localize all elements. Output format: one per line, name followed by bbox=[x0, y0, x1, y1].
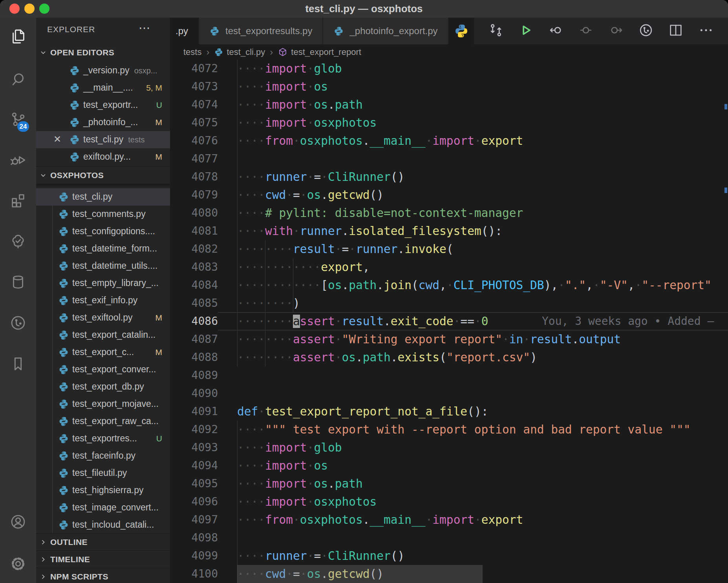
python-file-icon bbox=[69, 117, 80, 128]
code-line[interactable]: 4094····import·os bbox=[170, 457, 728, 475]
file-tree-item[interactable]: test_highsierra.py bbox=[36, 482, 170, 499]
search-activity-button[interactable] bbox=[0, 67, 36, 92]
editor-tab[interactable]: test_exportresults.py bbox=[199, 18, 322, 44]
file-tree-item[interactable]: test_empty_library_... bbox=[36, 275, 170, 292]
code-line[interactable]: 4093····import·glob bbox=[170, 439, 728, 457]
run-debug-activity-button[interactable] bbox=[0, 147, 36, 172]
file-tree-item[interactable]: test_faceinfo.py bbox=[36, 447, 170, 465]
file-tree-item[interactable]: test_configoptions.... bbox=[36, 223, 170, 240]
gitlens-icon bbox=[9, 314, 27, 332]
code-line[interactable]: 4086········assert·result.exit_code·==·0… bbox=[170, 312, 728, 330]
code-line[interactable]: 4074····import·os.path bbox=[170, 96, 728, 114]
python-extension-button[interactable] bbox=[449, 18, 474, 44]
file-tree-item[interactable]: test_cli.py bbox=[36, 188, 170, 206]
sidebar-more-actions-button[interactable]: ⋯ bbox=[139, 21, 151, 35]
file-tree-item[interactable]: test_exif_info.py bbox=[36, 292, 170, 309]
gitlens-toolbar-button[interactable] bbox=[638, 22, 654, 40]
file-tree-item[interactable]: test_export_mojave... bbox=[36, 395, 170, 413]
database-icon bbox=[9, 273, 27, 291]
editor-tab[interactable]: _photoinfo_export.py bbox=[323, 18, 448, 44]
extensions-activity-button[interactable] bbox=[0, 188, 36, 213]
code-text: ····import·os bbox=[237, 457, 328, 475]
split-editor-button[interactable] bbox=[668, 22, 684, 40]
code-line[interactable]: 4077 bbox=[170, 150, 728, 168]
current-change-button[interactable] bbox=[578, 22, 594, 40]
code-line[interactable]: 4072····import·glob bbox=[170, 60, 728, 78]
file-tree-item[interactable]: test_export_db.py bbox=[36, 378, 170, 395]
breadcrumb-symbol[interactable]: test_export_report bbox=[291, 47, 361, 57]
settings-button[interactable] bbox=[0, 551, 36, 576]
code-line[interactable]: 4098 bbox=[170, 529, 728, 547]
open-editor-item[interactable]: __main__....5, M bbox=[36, 79, 170, 97]
code-line[interactable]: 4090 bbox=[170, 384, 728, 403]
code-line[interactable]: 4073····import·os bbox=[170, 78, 728, 96]
editor-tab[interactable]: .py bbox=[170, 18, 198, 44]
gitlens-activity-button[interactable] bbox=[0, 310, 36, 335]
section-outline[interactable]: OUTLINE bbox=[36, 533, 170, 551]
section-open-editors[interactable]: OPEN EDITORS bbox=[36, 44, 170, 61]
code-line[interactable]: 4085········) bbox=[170, 294, 728, 312]
file-name: test_exif_info.py bbox=[72, 295, 137, 306]
database-activity-button[interactable] bbox=[0, 270, 36, 295]
code-line[interactable]: 4097····from·osxphotos.__main__·import·e… bbox=[170, 511, 728, 529]
open-editor-item[interactable]: _photoinfo_...M bbox=[36, 114, 170, 131]
code-line[interactable]: 4076····from·osxphotos.__main__·import·e… bbox=[170, 132, 728, 150]
source-control-activity-button[interactable]: 24 bbox=[0, 107, 36, 132]
file-tree-item[interactable]: test_export_catalin... bbox=[36, 326, 170, 344]
open-editor-item[interactable]: test_exportr...U bbox=[36, 97, 170, 114]
tab-label: test_exportresults.py bbox=[225, 26, 312, 36]
section-folder-osxphotos[interactable]: OSXPHOTOS bbox=[36, 166, 170, 184]
code-line[interactable]: 4080····# pylint: disable=not-context-ma… bbox=[170, 204, 728, 222]
more-actions-button[interactable] bbox=[698, 22, 714, 40]
open-editor-item[interactable]: exiftool.py...M bbox=[36, 148, 170, 166]
close-icon[interactable]: ✕ bbox=[53, 134, 61, 145]
open-editor-description: tests bbox=[128, 135, 145, 144]
file-tree-item[interactable]: test_datetime_form... bbox=[36, 240, 170, 257]
previous-change-button[interactable] bbox=[548, 22, 564, 40]
explorer-activity-button[interactable] bbox=[0, 24, 36, 49]
account-button[interactable] bbox=[0, 509, 36, 534]
compare-changes-button[interactable] bbox=[488, 22, 504, 40]
code-line[interactable]: 4079····cwd·=·os.getcwd() bbox=[170, 186, 728, 204]
code-line[interactable]: 4088········assert·os.path.exists("repor… bbox=[170, 348, 728, 366]
open-editor-item[interactable]: _version.pyosxp... bbox=[36, 62, 170, 79]
file-tree-item[interactable]: test_incloud_catali... bbox=[36, 516, 170, 534]
code-line[interactable]: 4091def·test_export_report_not_a_file(): bbox=[170, 403, 728, 421]
file-tree-item[interactable]: test_image_convert... bbox=[36, 499, 170, 516]
file-tree-item[interactable]: test_export_c...M bbox=[36, 344, 170, 361]
code-line[interactable]: 4082········result·=·runner.invoke( bbox=[170, 240, 728, 258]
file-tree-item[interactable]: test_fileutil.py bbox=[36, 465, 170, 482]
code-line[interactable]: 4075····import·osxphotos bbox=[170, 114, 728, 132]
next-change-button[interactable] bbox=[608, 22, 624, 40]
code-line[interactable]: 4089 bbox=[170, 366, 728, 384]
play-icon bbox=[518, 22, 534, 38]
run-file-button[interactable] bbox=[518, 22, 534, 40]
file-tree-item[interactable]: test_comments.py bbox=[36, 206, 170, 223]
file-tree-item[interactable]: test_exiftool.pyM bbox=[36, 309, 170, 326]
section-npm-scripts[interactable]: NPM SCRIPTS bbox=[36, 568, 170, 583]
section-timeline[interactable]: TIMELINE bbox=[36, 550, 170, 568]
file-tree-item[interactable]: test_datetime_utils.... bbox=[36, 257, 170, 275]
open-editor-item[interactable]: ✕test_cli.pytests bbox=[36, 131, 170, 148]
overview-ruler-mark bbox=[724, 104, 727, 109]
breadcrumb-file[interactable]: test_cli.py bbox=[227, 47, 265, 57]
code-line[interactable]: 4083············export, bbox=[170, 258, 728, 276]
breadcrumb-folder[interactable]: tests bbox=[183, 47, 201, 57]
code-line[interactable]: 4095····import·os.path bbox=[170, 475, 728, 493]
file-tree-item[interactable]: test_export_raw_ca... bbox=[36, 413, 170, 430]
code-line[interactable]: 4099····runner·=·CliRunner() bbox=[170, 547, 728, 565]
code-line[interactable]: 4087········assert·"Writing export repor… bbox=[170, 330, 728, 348]
code-line[interactable]: 4078····runner·=·CliRunner() bbox=[170, 168, 728, 186]
test-explorer-activity-button[interactable] bbox=[0, 229, 36, 254]
line-number: 4081 bbox=[170, 222, 218, 240]
file-tree-item[interactable]: test_exportres...U bbox=[36, 430, 170, 447]
bookmarks-activity-button[interactable] bbox=[0, 351, 36, 376]
code-editor[interactable]: 4072····import·glob4073····import·os4074… bbox=[170, 60, 728, 583]
vscode-window: test_cli.py — osxphotos 24 bbox=[0, 0, 728, 583]
code-line[interactable]: 4081····with·runner.isolated_filesystem(… bbox=[170, 222, 728, 240]
horizontal-scrollbar[interactable] bbox=[237, 565, 483, 583]
file-tree-item[interactable]: test_export_conver... bbox=[36, 361, 170, 378]
code-line[interactable]: 4084············[os.path.join(cwd,·CLI_P… bbox=[170, 276, 728, 294]
code-line[interactable]: 4096····import·osxphotos bbox=[170, 493, 728, 511]
code-line[interactable]: 4092····""" test export with --report op… bbox=[170, 421, 728, 439]
